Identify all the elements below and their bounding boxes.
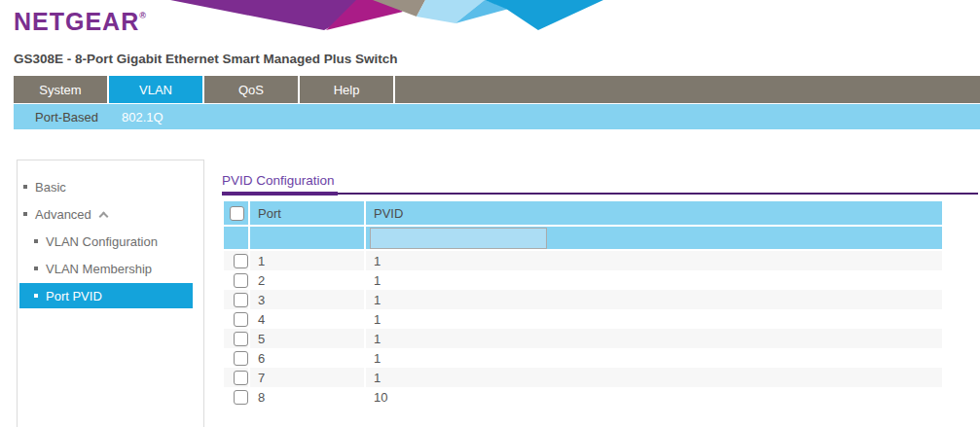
subnav-item-port-based[interactable]: Port-Based — [31, 110, 102, 125]
port-cell: 1 — [250, 251, 364, 270]
row-check-cell — [224, 251, 248, 270]
table-row: 4 1 — [224, 309, 942, 329]
sidebar-item-label: VLAN Configuration — [46, 234, 158, 249]
banner-graphic — [163, 0, 606, 31]
table-row: 6 1 — [224, 348, 942, 368]
row-check-cell — [224, 329, 248, 348]
filter-port-cell — [250, 227, 364, 251]
sidebar-item-port-pvid[interactable]: Port PVID — [19, 283, 193, 308]
row-check-cell — [224, 309, 248, 329]
pvid-cell: 10 — [366, 387, 942, 407]
vlan-subnav: Port-Based 802.1Q — [14, 104, 980, 129]
row-checkbox[interactable] — [234, 351, 248, 366]
tab-qos[interactable]: QoS — [204, 76, 298, 103]
row-check-cell — [224, 290, 248, 309]
sidebar: Basic Advanced VLAN Configuration VLAN M… — [17, 160, 204, 427]
port-cell: 3 — [250, 290, 364, 309]
tab-system[interactable]: System — [14, 76, 107, 103]
main-panel: PVID Configuration Port PVID — [222, 160, 978, 407]
bullet-icon — [34, 267, 38, 270]
chevron-up-icon — [98, 211, 108, 221]
row-checkbox[interactable] — [234, 312, 248, 327]
tab-help[interactable]: Help — [300, 76, 393, 103]
row-checkbox[interactable] — [234, 332, 248, 346]
content-area: Basic Advanced VLAN Configuration VLAN M… — [0, 160, 980, 427]
row-checkbox[interactable] — [234, 293, 248, 307]
port-cell: 5 — [250, 329, 364, 348]
sidebar-item-label: VLAN Membership — [46, 262, 152, 276]
port-cell: 6 — [250, 348, 364, 368]
row-check-cell — [224, 348, 248, 368]
table-row: 1 1 — [224, 251, 942, 270]
bullet-icon — [34, 294, 38, 298]
bullet-icon — [23, 185, 27, 189]
page-header: NETGEAR® GS308E - 8-Port Gigabit Etherne… — [0, 0, 980, 76]
sidebar-item-label: Advanced — [35, 207, 91, 222]
table-row: 7 1 — [224, 368, 942, 387]
tab-vlan[interactable]: VLAN — [109, 76, 202, 103]
row-checkbox[interactable] — [234, 371, 248, 385]
select-all-cell — [224, 201, 248, 227]
sidebar-item-label: Basic — [35, 180, 66, 195]
table-header-row: Port PVID — [224, 201, 942, 227]
pvid-cell: 1 — [366, 348, 942, 368]
main-nav: System VLAN QoS Help — [14, 76, 980, 103]
port-cell: 7 — [250, 368, 364, 387]
column-header-pvid: PVID — [366, 201, 942, 227]
row-check-cell — [224, 270, 248, 290]
sidebar-item-basic[interactable]: Basic — [18, 174, 203, 199]
pvid-cell: 1 — [366, 270, 942, 290]
nav-filler-bar — [395, 76, 980, 103]
sidebar-item-vlan-configuration[interactable]: VLAN Configuration — [18, 229, 203, 254]
registered-mark: ® — [139, 11, 146, 20]
pvid-cell: 1 — [366, 368, 942, 387]
filter-pvid-cell — [366, 227, 942, 251]
pvid-table: Port PVID 1 1 — [222, 201, 944, 407]
column-header-port: Port — [250, 201, 364, 227]
row-checkbox[interactable] — [234, 390, 248, 405]
pvid-cell: 1 — [366, 251, 942, 270]
filter-check-cell — [224, 227, 248, 251]
pvid-cell: 1 — [366, 309, 942, 329]
pvid-filter-input[interactable] — [370, 228, 547, 249]
row-check-cell — [224, 387, 248, 407]
page-title: GS308E - 8-Port Gigabit Ethernet Smart M… — [14, 52, 398, 66]
table-filter-row — [224, 227, 942, 251]
section-heading-row: PVID Configuration — [222, 171, 978, 195]
table-row: 2 1 — [224, 270, 942, 290]
section-title: PVID Configuration — [222, 173, 338, 196]
netgear-logo: NETGEAR® — [14, 8, 146, 36]
row-checkbox[interactable] — [234, 273, 248, 288]
pvid-cell: 1 — [366, 329, 942, 348]
subnav-item-8021q[interactable]: 802.1Q — [118, 110, 167, 125]
port-cell: 2 — [250, 270, 364, 290]
select-all-checkbox[interactable] — [230, 206, 244, 221]
sidebar-item-vlan-membership[interactable]: VLAN Membership — [18, 256, 203, 281]
pvid-cell: 1 — [366, 290, 942, 309]
sidebar-item-advanced[interactable]: Advanced — [18, 201, 203, 227]
bullet-icon — [34, 239, 38, 243]
bullet-icon — [23, 212, 27, 216]
sidebar-item-label: Port PVID — [46, 289, 102, 303]
table-row: 5 1 — [224, 329, 942, 348]
row-checkbox[interactable] — [234, 254, 248, 268]
row-check-cell — [224, 368, 248, 387]
port-cell: 8 — [250, 387, 364, 407]
netgear-logo-text: NETGEAR — [14, 8, 139, 35]
port-cell: 4 — [250, 309, 364, 329]
table-row: 3 1 — [224, 290, 942, 309]
table-row: 8 10 — [224, 387, 942, 407]
